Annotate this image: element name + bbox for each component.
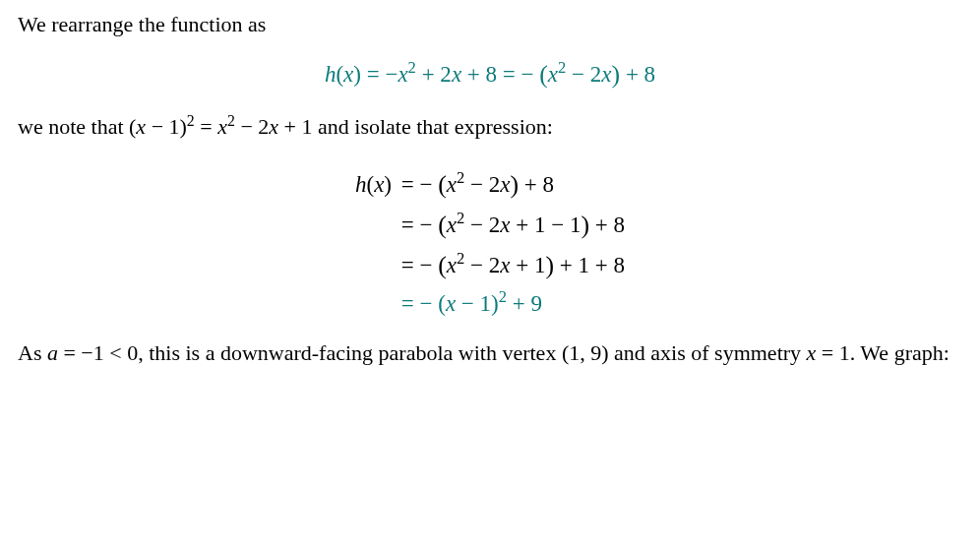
align-lhs-1: h(x)	[355, 169, 399, 200]
text: and axis of symmetry	[609, 340, 807, 365]
math-expr: h(x) = −x2 + 2x + 8 = − (x2 − 2x) + 8	[325, 62, 655, 87]
paragraph-1: We rearrange the function as	[18, 10, 962, 39]
text: , this is a downward-facing parabola wit…	[138, 340, 562, 365]
text: . We graph:	[850, 340, 949, 365]
text: and isolate that expression:	[313, 114, 553, 139]
text: As	[18, 340, 47, 365]
equation-display-1: h(x) = −x2 + 2x + 8 = − (x2 − 2x) + 8	[18, 57, 962, 91]
inline-math: (1, 9)	[562, 340, 609, 365]
paragraph-3: As a = −1 < 0, this is a downward-facing…	[18, 338, 962, 368]
align-rhs-3: = − (x2 − 2x + 1) + 1 + 8	[399, 248, 625, 282]
text: We rearrange the function as	[18, 12, 266, 36]
paragraph-2: we note that (x − 1)2 = x2 − 2x + 1 and …	[18, 112, 962, 142]
inline-math: (x − 1)2 = x2 − 2x + 1	[129, 114, 312, 139]
align-wrap: h(x) = − (x2 − 2x) + 8 = − (x2 − 2x + 1 …	[355, 167, 625, 318]
inline-math: a = −1 < 0	[47, 340, 138, 365]
align-rhs-1: = − (x2 − 2x) + 8	[399, 167, 625, 202]
align-rhs-4: = − (x − 1)2 + 9	[399, 288, 625, 319]
text: we note that	[18, 114, 129, 139]
align-rhs-2: = − (x2 − 2x + 1 − 1) + 8	[399, 208, 625, 242]
equation-align-block: h(x) = − (x2 − 2x) + 8 = − (x2 − 2x + 1 …	[18, 167, 962, 318]
inline-math: x = 1	[807, 340, 850, 365]
